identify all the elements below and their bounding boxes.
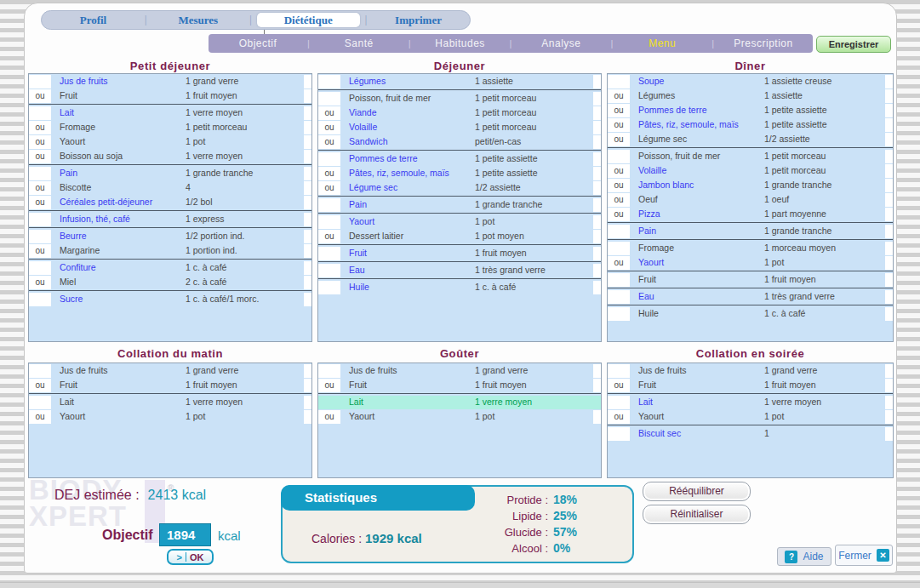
ok-button[interactable]: > OK [167, 549, 214, 565]
food-row[interactable]: Eau1 très grand verre [608, 290, 893, 304]
food-row[interactable]: ouPizza1 part moyenne [608, 208, 893, 221]
food-row[interactable]: ouSandwichpetit/en-cas [318, 135, 601, 149]
food-row[interactable]: Fromage1 morceau moyen [608, 242, 893, 255]
food-name[interactable]: Miel [60, 277, 76, 287]
food-name[interactable]: Pizza [638, 208, 660, 219]
food-name[interactable]: Volaille [349, 122, 377, 132]
food-row[interactable]: Pain1 grande tranche [608, 225, 893, 238]
food-row[interactable]: Confiture1 c. à café [29, 261, 311, 275]
food-row[interactable]: ouCéréales petit-déjeuner1/2 bol [29, 196, 311, 209]
food-row[interactable]: ouPâtes, riz, semoule, maïs1 petite assi… [608, 118, 893, 132]
food-name[interactable]: Yaourt [349, 411, 374, 421]
food-name[interactable]: Huile [349, 282, 369, 292]
food-row[interactable]: ouBiscotte4 [29, 181, 311, 195]
tab-sante[interactable]: Santé [310, 37, 409, 49]
food-row[interactable]: Jus de fruits1 grand verre [29, 75, 311, 88]
tab-prescription[interactable]: Prescription [714, 37, 813, 49]
food-row[interactable]: ouOeuf1 oeuf [608, 193, 893, 207]
food-row[interactable]: Légumes1 assiette [318, 75, 601, 88]
food-name[interactable]: Soupe [638, 76, 664, 86]
food-row[interactable]: ouPâtes, riz, semoule, maïs1 petite assi… [318, 167, 601, 180]
help-button[interactable]: ? Aide [777, 547, 831, 566]
food-name[interactable]: Jus de fruits [60, 76, 108, 86]
save-button[interactable]: Enregistrer [816, 36, 891, 53]
food-name[interactable]: Confiture [60, 262, 96, 272]
food-name[interactable]: Jus de fruits [349, 365, 397, 375]
food-row[interactable]: ouLégume sec1/2 assiette [608, 133, 893, 146]
food-row[interactable]: Pain1 grande tranche [318, 198, 601, 212]
food-row[interactable]: Jus de fruits1 grand verre [608, 364, 893, 378]
tab-dietetique[interactable]: Diététique [257, 13, 360, 27]
food-row[interactable]: ouFromage1 petit morceau [29, 121, 311, 134]
food-row[interactable]: ouFruit1 fruit moyen [29, 89, 311, 103]
food-name[interactable]: Pâtes, riz, semoule, maïs [349, 168, 449, 178]
food-row[interactable]: ouLégumes1 assiette [608, 89, 893, 103]
food-name[interactable]: Jus de fruits [638, 365, 687, 375]
food-row[interactable]: Lait1 verre moyen [29, 396, 311, 409]
objectif-input[interactable] [159, 523, 211, 546]
tab-objectif[interactable]: Objectif [209, 37, 307, 49]
food-name[interactable]: Margarine [60, 245, 100, 255]
tab-imprimer[interactable]: Imprimer [367, 13, 470, 27]
food-name[interactable]: Poisson, fruit de mer [349, 93, 431, 103]
food-row[interactable]: ouFruit1 fruit moyen [29, 379, 311, 392]
food-row[interactable]: ouPommes de terre1 petite assiette [608, 104, 893, 117]
food-name[interactable]: Poisson, fruit de mer [638, 151, 720, 161]
food-name[interactable]: Légumes [349, 76, 386, 86]
food-name[interactable]: Eau [349, 265, 365, 275]
food-row[interactable]: ouMiel2 c. à café [29, 276, 311, 289]
tab-menu[interactable]: Menu [613, 37, 711, 49]
food-name[interactable]: Yaourt [638, 257, 664, 267]
food-row[interactable]: ouYaourt1 pot [29, 135, 311, 149]
food-row[interactable]: ouJambon blanc1 grande tranche [608, 179, 893, 192]
food-name[interactable]: Jambon blanc [638, 180, 694, 190]
food-name[interactable]: Pain [349, 199, 367, 209]
food-name[interactable]: Yaourt [349, 216, 374, 226]
food-name[interactable]: Biscuit sec [638, 428, 681, 438]
food-row[interactable]: Lait1 verre moyen [318, 396, 601, 409]
food-row[interactable]: Biscuit sec1 [608, 427, 893, 441]
food-name[interactable]: Fromage [60, 122, 95, 132]
food-name[interactable]: Lait [638, 397, 653, 407]
food-name[interactable]: Yaourt [60, 411, 85, 421]
food-name[interactable]: Fruit [349, 248, 367, 258]
food-row[interactable]: Huile1 c. à café [608, 307, 893, 321]
food-row[interactable]: Jus de fruits1 grand verre [318, 364, 601, 378]
food-row[interactable]: ouFruit1 fruit moyen [608, 379, 893, 392]
food-name[interactable]: Lait [349, 397, 363, 407]
tab-profil[interactable]: Profil [42, 13, 145, 27]
food-name[interactable]: Légume sec [349, 182, 397, 192]
food-row[interactable]: Soupe1 assiette creuse [608, 75, 893, 88]
food-row[interactable]: ouLégume sec1/2 assiette [318, 181, 601, 195]
food-row[interactable]: Infusion, thé, café1 express [29, 213, 311, 226]
food-row[interactable]: ouMargarine1 portion ind. [29, 244, 311, 258]
food-name[interactable]: Boisson au soja [60, 151, 123, 161]
food-name[interactable]: Pain [638, 225, 656, 236]
food-row[interactable]: ouViande1 petit morceau [318, 106, 601, 120]
food-name[interactable]: Beurre [60, 231, 87, 241]
food-row[interactable]: ouDessert laitier1 pot moyen [318, 230, 601, 243]
tab-habitudes[interactable]: Habitudes [411, 37, 510, 49]
food-row[interactable]: Jus de fruits1 grand verre [29, 364, 311, 378]
close-button[interactable]: Fermer ✕ [835, 545, 893, 566]
food-name[interactable]: Pommes de terre [638, 105, 707, 115]
food-name[interactable]: Huile [638, 308, 659, 318]
reset-button[interactable]: Réinitialiser [643, 505, 751, 524]
food-row[interactable]: Pain1 grande tranche [29, 167, 311, 180]
food-row[interactable]: Sucre1 c. à café/1 morc. [29, 293, 311, 306]
food-row[interactable]: ouYaourt1 pot [608, 256, 893, 270]
food-name[interactable]: Yaourt [60, 136, 85, 146]
food-row[interactable]: Fruit1 fruit moyen [608, 273, 893, 287]
food-row[interactable]: Huile1 c. à café [318, 281, 601, 294]
food-row[interactable]: Eau1 très grand verre [318, 264, 601, 277]
food-name[interactable]: Légumes [638, 90, 675, 100]
food-name[interactable]: Pâtes, riz, semoule, maïs [638, 119, 739, 129]
food-name[interactable]: Fruit [638, 380, 656, 390]
food-name[interactable]: Fromage [638, 243, 674, 253]
food-name[interactable]: Sandwich [349, 136, 388, 146]
food-name[interactable]: Lait [60, 397, 74, 407]
food-name[interactable]: Pain [60, 168, 77, 178]
food-row[interactable]: ouYaourt1 pot [29, 410, 311, 424]
tab-analyse[interactable]: Analyse [511, 37, 610, 49]
food-row[interactable]: Pommes de terre1 petite assiette [318, 152, 601, 166]
